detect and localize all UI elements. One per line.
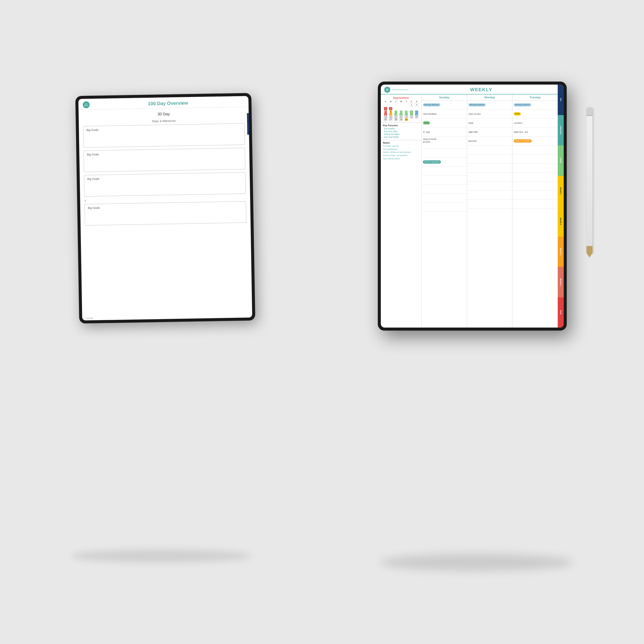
- cal-cell: 5: [383, 111, 388, 113]
- cal-header-t2: T: [404, 100, 409, 103]
- cal-cell: 2: [414, 103, 419, 107]
- tab-post[interactable]: Post: [558, 297, 564, 328]
- planner-title: WEEKLY: [408, 87, 554, 93]
- sunday-empty-5: [422, 203, 467, 212]
- tab-pre[interactable]: Pre: [558, 85, 564, 115]
- event-text: Study: [468, 122, 473, 124]
- notes-section: Notes: Formalize new biz Get supplements…: [381, 140, 421, 328]
- sunday-empty-4: [422, 194, 467, 203]
- cal-cell: [393, 103, 398, 107]
- monday-column: Morning Workout Class unt 4pm Study Nigh…: [467, 100, 513, 328]
- note-5: Gym membo parms: [383, 158, 419, 160]
- back-tablet-screen: betaplanner 100 Day Overview Pre 30 Day …: [78, 96, 252, 320]
- calendar-grid: S M T W T F S: [383, 100, 419, 121]
- planner-logo-icon: ✿: [384, 87, 390, 93]
- sunday-event-7: Work on business: [422, 158, 467, 167]
- left-panel: September S M T W T F: [381, 94, 422, 328]
- cal-cell: [409, 118, 414, 121]
- day-header-tuesday: Tuesday: [512, 94, 558, 100]
- monday-event-3: Study: [467, 118, 512, 128]
- svg-text:✿: ✿: [387, 89, 388, 91]
- cal-cell: [388, 103, 393, 107]
- scene: betaplanner 100 Day Overview Pre 30 Day …: [64, 64, 580, 580]
- big-goals-label-2: Big Goals: [87, 150, 242, 156]
- event-pill: Work on business: [514, 139, 532, 143]
- cal-row-5: 26 27 28 29 30: [383, 118, 419, 121]
- cal-row-1b: 3 4: [383, 107, 419, 111]
- focuses-section: Key Focuses: · Eat healthy · Exercise da…: [381, 123, 421, 140]
- event-pill: Morning Workout: [514, 103, 531, 107]
- event-pill: Morning Workout: [468, 103, 486, 107]
- cal-cell: 6: [388, 111, 393, 113]
- tuesday-event-5: Work on business: [512, 137, 558, 146]
- monday-event-1: Morning Workout: [467, 100, 512, 109]
- monday-empty-2: [467, 155, 512, 164]
- cal-cell: 9: [404, 111, 409, 113]
- back-content: 30 Day Steps & Milestones Big Goals Big …: [79, 107, 252, 316]
- cal-row-2: 5 6 7 8 9 10 11: [383, 111, 419, 113]
- tab-month1[interactable]: Month 1: [558, 176, 564, 206]
- sunday-event-3: Work: [422, 118, 467, 128]
- calendar-month: September: [383, 96, 419, 99]
- event-text: Hang w/ friends@ Davis: [423, 138, 436, 143]
- back-tablet-shadow: [71, 550, 251, 562]
- cal-row-1: 1 2: [383, 103, 419, 107]
- steps-label: Steps & Milestones: [83, 118, 245, 124]
- cal-cell: 25: [414, 116, 419, 118]
- event-pill: Work on business: [423, 160, 441, 164]
- focus-item-2: · Exercise daily: [383, 130, 419, 133]
- event-pill: Morning Workout: [423, 103, 440, 107]
- tuesday-empty-3: [512, 164, 558, 173]
- cal-cell: [383, 103, 388, 107]
- tuesday-empty-7: [512, 200, 558, 209]
- day-header-sunday: Sunday: [422, 94, 467, 100]
- cal-cell: [404, 103, 409, 107]
- cal-cell: 8: [398, 111, 404, 113]
- tab-goals[interactable]: Goals: [558, 145, 564, 176]
- focus-item-4: · Kick bad habits: [383, 136, 419, 138]
- side-tabs: Pre Overview Goals Month 1 Month 2 Month…: [558, 85, 564, 328]
- monday-event-2: Class unt 4pm: [467, 109, 512, 118]
- planner-header: ✿ beta personal planner WEEKLY: [381, 85, 558, 94]
- event-text: Night class - test: [514, 131, 528, 133]
- cal-cell: 11: [414, 111, 419, 113]
- note-1: Formalize new biz: [383, 145, 419, 147]
- sunday-empty-2: [422, 176, 467, 185]
- back-tab-pre[interactable]: Pre: [247, 113, 252, 135]
- cal-header-t1: T: [393, 100, 398, 103]
- tab-month2[interactable]: Month 2: [558, 206, 564, 237]
- tab-month3[interactable]: Month 3: [558, 237, 564, 267]
- tab-overview[interactable]: Overview: [558, 115, 564, 146]
- tuesday-event-1: Morning Workout: [512, 100, 558, 109]
- cal-header-w: W: [398, 100, 404, 103]
- big-goals-label-3: Big Goals: [87, 175, 242, 181]
- logo-area: ✿ beta personal planner: [384, 87, 408, 93]
- monday-empty-3: [467, 164, 512, 173]
- sunday-event-5: Hang w/ friends@ Davis: [422, 137, 467, 149]
- event-text: Class unt 4pm: [468, 113, 481, 115]
- monday-empty-6: [467, 191, 512, 200]
- cal-cell: 28: [393, 118, 398, 121]
- cal-cell: 26: [383, 118, 388, 121]
- pencil-eraser: [586, 107, 592, 116]
- planner-main: ✿ beta personal planner WEEKLY September: [381, 85, 558, 328]
- focus-item-1: · Eat healthy: [383, 128, 419, 130]
- cal-cell: 1: [409, 103, 414, 107]
- monday-empty-fill: [467, 209, 512, 328]
- tuesday-empty-4: [512, 173, 558, 182]
- monday-empty-4: [467, 173, 512, 182]
- tuesday-empty-fill: [512, 209, 558, 328]
- tuesday-event-3: Luncheon: [512, 118, 558, 128]
- cal-cell: 24: [409, 116, 414, 118]
- cal-header-s1: S: [383, 100, 388, 103]
- sunday-event-2: Client Breakfast: [422, 109, 467, 118]
- tuesday-empty-6: [512, 191, 558, 200]
- sunday-event-6: [422, 149, 467, 158]
- tab-month4[interactable]: Month 4: [558, 267, 564, 297]
- monday-empty-7: [467, 200, 512, 209]
- sunday-event-4: Dr. Appt: [422, 128, 467, 137]
- event-text: Bed Early: [468, 140, 477, 142]
- calendar-section: September S M T W T F: [381, 94, 421, 123]
- event-text: Dr. Appt: [423, 131, 430, 133]
- cal-cell: 27: [388, 118, 393, 121]
